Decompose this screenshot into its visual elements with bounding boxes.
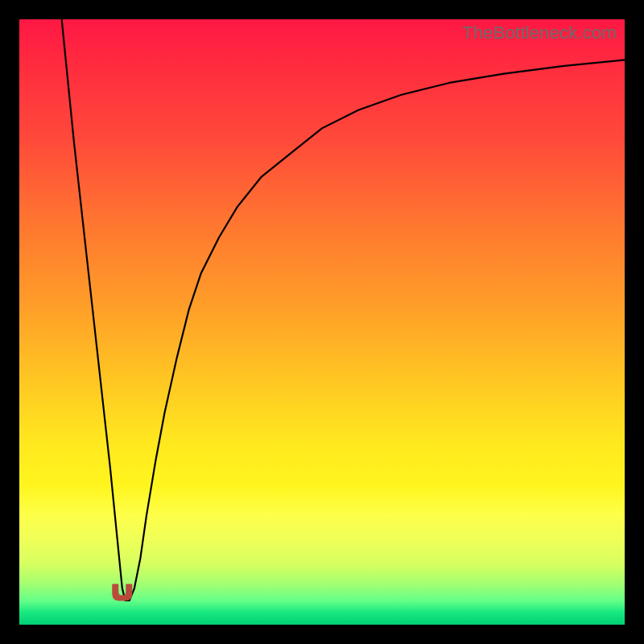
- plot-area: TheBottleneck.com: [19, 19, 625, 625]
- chart-frame: TheBottleneck.com: [0, 0, 644, 644]
- bottleneck-curve: [62, 19, 625, 601]
- curve-layer: [19, 19, 625, 625]
- watermark-text: TheBottleneck.com: [462, 23, 617, 43]
